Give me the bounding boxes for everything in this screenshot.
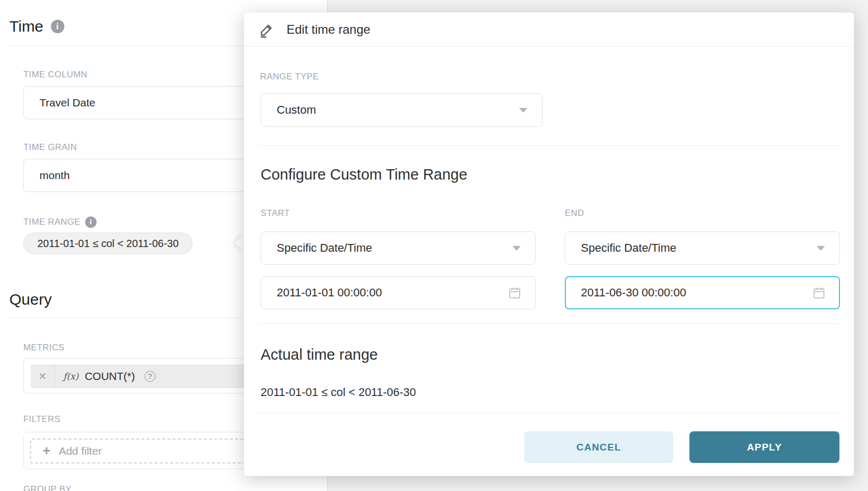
help-icon: ? bbox=[144, 371, 156, 382]
end-datetime-input[interactable]: 2011-06-30 00:00:00 bbox=[565, 276, 840, 309]
chevron-down-icon bbox=[817, 246, 825, 251]
metric-name: COUNT(*) bbox=[85, 370, 135, 383]
end-label: END bbox=[565, 208, 584, 219]
calendar-icon[interactable] bbox=[508, 286, 522, 300]
start-mode-select[interactable]: Specific Date/Time bbox=[261, 231, 536, 265]
calendar-icon[interactable] bbox=[812, 286, 826, 300]
add-filter-label: Add filter bbox=[59, 445, 102, 457]
query-section-label: Query bbox=[9, 291, 52, 308]
chevron-down-icon bbox=[512, 246, 521, 251]
modal-divider bbox=[259, 145, 839, 146]
time-range-label: TIME RANGE i bbox=[23, 216, 97, 228]
metrics-label: METRICS bbox=[23, 343, 64, 353]
end-datetime-value: 2011-06-30 00:00:00 bbox=[581, 286, 686, 299]
time-section-title: Time i bbox=[9, 18, 64, 35]
remove-metric-icon[interactable]: ✕ bbox=[31, 370, 55, 383]
time-column-value: Travel Date bbox=[39, 97, 96, 109]
range-type-select[interactable]: Custom bbox=[261, 93, 542, 127]
configure-heading: Configure Custom Time Range bbox=[261, 166, 467, 183]
group-by-label: GROUP BY bbox=[23, 484, 72, 491]
end-mode-value: Specific Date/Time bbox=[581, 241, 676, 255]
actual-time-range-heading: Actual time range bbox=[261, 346, 378, 363]
modal-header: Edit time range bbox=[244, 12, 854, 47]
edit-time-range-modal: Edit time range RANGE TYPE Custom Config… bbox=[244, 12, 854, 476]
start-datetime-input[interactable]: 2011-01-01 00:00:00 bbox=[261, 276, 536, 309]
modal-divider bbox=[259, 323, 839, 324]
apply-button[interactable]: APPLY bbox=[689, 431, 839, 463]
edit-pencil-icon bbox=[259, 21, 275, 38]
modal-divider bbox=[259, 413, 839, 413]
info-icon: i bbox=[85, 216, 97, 228]
info-icon: i bbox=[51, 20, 64, 33]
explore-page: Time i TIME COLUMN Travel Date TIME GRAI… bbox=[0, 0, 868, 491]
time-column-label: TIME COLUMN bbox=[23, 70, 87, 80]
actual-time-range-value: 2011-01-01 ≤ col < 2011-06-30 bbox=[261, 386, 416, 399]
time-grain-value: month bbox=[39, 169, 70, 182]
plus-icon: + bbox=[43, 444, 50, 457]
start-mode-value: Specific Date/Time bbox=[277, 241, 372, 255]
fx-icon: ƒ(x) bbox=[63, 371, 78, 381]
time-range-pill[interactable]: 2011-01-01 ≤ col < 2011-06-30 bbox=[23, 233, 193, 254]
range-type-label: RANGE TYPE bbox=[260, 72, 319, 82]
time-grain-label: TIME GRAIN bbox=[23, 142, 77, 153]
cancel-button[interactable]: CANCEL bbox=[524, 431, 673, 463]
query-section-title: Query bbox=[9, 291, 52, 308]
start-datetime-value: 2011-01-01 00:00:00 bbox=[277, 286, 382, 299]
chip-divider bbox=[55, 364, 55, 388]
filters-label: FILTERS bbox=[23, 414, 60, 425]
range-type-value: Custom bbox=[277, 103, 316, 117]
start-label: START bbox=[261, 208, 290, 219]
modal-title: Edit time range bbox=[287, 22, 370, 37]
chevron-down-icon bbox=[519, 108, 527, 113]
time-section-label: Time bbox=[9, 18, 44, 35]
end-mode-select[interactable]: Specific Date/Time bbox=[565, 231, 840, 265]
